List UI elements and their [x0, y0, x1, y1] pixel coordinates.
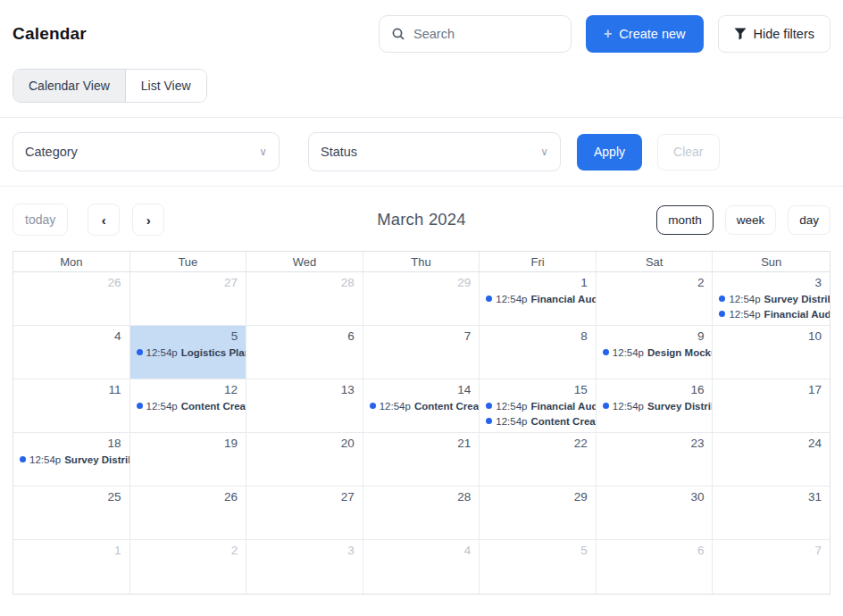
calendar-day-cell[interactable]: 10: [713, 326, 830, 379]
calendar-day-cell[interactable]: 6: [246, 326, 363, 379]
today-button[interactable]: today: [13, 204, 68, 236]
calendar-day-cell[interactable]: 3: [246, 540, 363, 594]
view-week-button[interactable]: week: [725, 205, 777, 235]
calendar-event[interactable]: 12:54pContent Creation: [363, 399, 480, 413]
event-time: 12:54p: [146, 345, 178, 360]
create-new-button[interactable]: + Create new: [586, 15, 704, 53]
calendar-week-row: 1234567: [13, 540, 830, 594]
calendar-event[interactable]: 12:54pSurvey Distribution: [713, 292, 830, 306]
calendar-day-cell[interactable]: 17: [713, 379, 830, 433]
calendar-toolbar: today ‹ › March 2024 month week day: [0, 187, 843, 251]
search-icon: [391, 27, 405, 41]
status-select[interactable]: Status ∨: [308, 132, 561, 171]
calendar-event[interactable]: 12:54pSurvey Distribution: [597, 399, 713, 413]
calendar-day-cell[interactable]: 6: [597, 540, 714, 594]
filters-bar: Category ∨ Status ∨ Apply Clear: [0, 118, 843, 187]
view-tabs-row: Calendar View List View: [0, 60, 843, 118]
calendar-event[interactable]: 12:54pDesign Mockups: [597, 345, 713, 360]
calendar-day-cell[interactable]: 26: [130, 487, 247, 540]
search-input[interactable]: [413, 27, 559, 41]
day-number: 3: [246, 540, 363, 559]
calendar-day-cell[interactable]: 512:54pLogistics Planning: [130, 326, 247, 379]
calendar-day-cell[interactable]: 1812:54pSurvey Distribution: [13, 433, 130, 487]
calendar-day-cell[interactable]: 7: [713, 540, 830, 594]
event-time: 12:54p: [496, 399, 527, 413]
day-number: 7: [713, 540, 830, 559]
apply-button[interactable]: Apply: [577, 134, 642, 171]
view-day-button[interactable]: day: [788, 205, 830, 235]
calendar-event[interactable]: 12:54pContent Creation: [130, 399, 246, 413]
calendar-event[interactable]: 12:54pFinancial Audit: [480, 292, 596, 306]
calendar-day-cell[interactable]: 312:54pSurvey Distribution12:54pFinancia…: [713, 272, 830, 326]
calendar-day-cell[interactable]: 28: [363, 487, 480, 540]
calendar-day-cell[interactable]: 19: [130, 433, 247, 487]
calendar-day-cell[interactable]: 1212:54pContent Creation: [130, 379, 247, 433]
day-number: 30: [597, 487, 713, 505]
calendar-event[interactable]: 12:54pLogistics Planning: [130, 345, 246, 360]
event-time: 12:54p: [729, 307, 760, 321]
page-title: Calendar: [13, 24, 87, 44]
day-number: 10: [713, 326, 830, 345]
calendar-day-cell[interactable]: 1412:54pContent Creation: [363, 379, 480, 433]
calendar-day-cell[interactable]: 4: [13, 326, 130, 379]
tab-list-view[interactable]: List View: [125, 70, 206, 102]
calendar-day-cell[interactable]: 13: [246, 379, 363, 433]
day-number: 25: [13, 487, 129, 505]
calendar-event[interactable]: 12:54pFinancial Audit: [713, 307, 830, 321]
calendar-day-cell[interactable]: 30: [597, 487, 714, 540]
day-number: 31: [713, 487, 830, 505]
day-of-week-label: Sat: [597, 252, 714, 271]
next-month-button[interactable]: ›: [132, 204, 164, 236]
event-dot-icon: [370, 403, 376, 409]
calendar-day-cell[interactable]: 912:54pDesign Mockups: [597, 326, 714, 379]
day-number: 29: [363, 272, 480, 291]
calendar-day-cell[interactable]: 21: [363, 433, 480, 487]
calendar-day-cell[interactable]: 1: [13, 540, 130, 594]
event-title: Content Creation: [414, 399, 479, 413]
event-title: Financial Audit: [530, 292, 595, 306]
calendar-day-cell[interactable]: 1612:54pSurvey Distribution: [597, 379, 714, 433]
day-number: 21: [363, 433, 480, 452]
tab-calendar-view[interactable]: Calendar View: [13, 70, 125, 102]
calendar-day-cell[interactable]: 7: [363, 326, 480, 379]
calendar-day-cell[interactable]: 4: [363, 540, 480, 594]
day-number: 12: [130, 379, 246, 398]
calendar-day-cell[interactable]: 22: [480, 433, 597, 487]
day-number: 26: [130, 487, 246, 505]
app-header: Calendar + Create new Hide filters: [0, 0, 843, 60]
calendar-day-cell[interactable]: 25: [13, 487, 130, 540]
calendar-day-cell[interactable]: 112:54pFinancial Audit: [480, 272, 597, 326]
day-number: 16: [597, 379, 713, 398]
event-title: Survey Distribution: [64, 453, 129, 467]
calendar-day-cell[interactable]: 28: [246, 272, 363, 326]
category-select[interactable]: Category ∨: [13, 132, 280, 171]
view-month-button[interactable]: month: [656, 205, 714, 235]
prev-month-button[interactable]: ‹: [88, 204, 120, 236]
calendar-event[interactable]: 12:54pSurvey Distribution: [13, 453, 129, 467]
clear-button[interactable]: Clear: [657, 134, 719, 171]
event-time: 12:54p: [729, 292, 760, 306]
calendar-day-cell[interactable]: 29: [480, 487, 597, 540]
calendar-day-cell[interactable]: 23: [597, 433, 714, 487]
calendar-event[interactable]: 12:54pFinancial Audit: [480, 399, 596, 413]
calendar-day-cell[interactable]: 27: [130, 272, 247, 326]
calendar-day-cell[interactable]: 24: [713, 433, 830, 487]
calendar-day-cell[interactable]: 8: [480, 326, 597, 379]
calendar-day-cell[interactable]: 2: [130, 540, 247, 594]
search-box[interactable]: [379, 15, 572, 53]
calendar-day-cell[interactable]: 20: [246, 433, 363, 487]
calendar-day-cell[interactable]: 27: [246, 487, 363, 540]
calendar-event[interactable]: 12:54pContent Creation: [480, 414, 596, 429]
calendar-day-cell[interactable]: 1512:54pFinancial Audit12:54pContent Cre…: [480, 379, 597, 433]
day-number: 2: [130, 540, 246, 559]
calendar-day-cell[interactable]: 26: [13, 272, 130, 326]
calendar-day-cell[interactable]: 5: [480, 540, 597, 594]
calendar-day-cell[interactable]: 29: [363, 272, 480, 326]
hide-filters-button[interactable]: Hide filters: [718, 15, 831, 53]
calendar-day-cell[interactable]: 2: [597, 272, 714, 326]
event-title: Design Mockups: [647, 345, 712, 360]
calendar-grid: MonTueWedThuFriSatSun 26272829112:54pFin…: [13, 251, 830, 595]
calendar-day-cell[interactable]: 11: [13, 379, 130, 433]
calendar-week-row: 25262728293031: [13, 487, 830, 540]
calendar-day-cell[interactable]: 31: [713, 487, 830, 540]
